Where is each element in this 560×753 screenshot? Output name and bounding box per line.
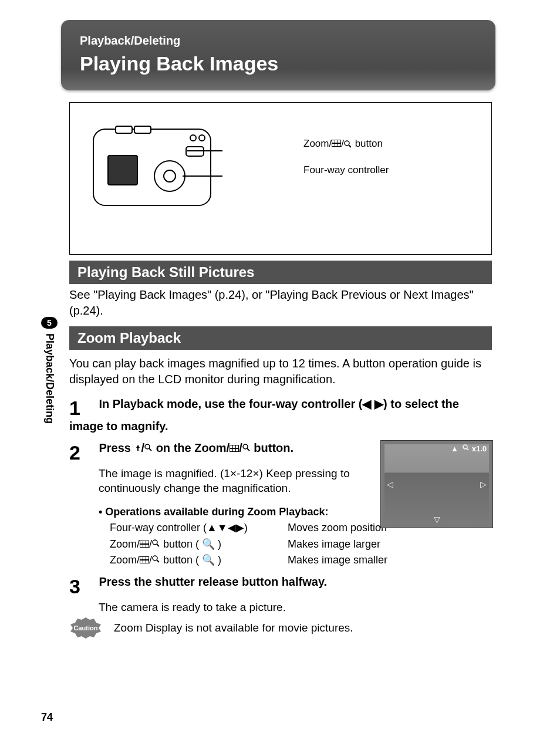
op-effect: Moves zoom position (287, 521, 393, 535)
page-number: 74 (41, 711, 53, 724)
thumbnail-icon (230, 445, 239, 452)
arrow-down-icon: ▽ (434, 515, 440, 524)
op-control: Zoom// button ( 🔍 ) (109, 537, 286, 552)
svg-rect-24 (233, 445, 235, 448)
step-1-number: 1 (69, 397, 96, 420)
svg-line-30 (247, 448, 249, 451)
svg-rect-26 (230, 449, 232, 451)
callout-fourway: Four-way controller (303, 164, 389, 176)
svg-point-3 (164, 170, 176, 182)
step-1-heading: In Playback mode, use the four-way contr… (69, 397, 459, 433)
caution-text: Zoom Display is not available for movie … (114, 622, 353, 634)
step-3-number: 3 (69, 575, 96, 598)
section1-body: See "Playing Back Images" (p.24), or "Pl… (69, 287, 492, 319)
svg-rect-46 (146, 560, 149, 563)
step-3-heading: Press the shutter release button halfway… (99, 575, 327, 588)
svg-point-49 (463, 445, 467, 449)
section-header-zoom-playback: Zoom Playback (69, 326, 492, 350)
caution-note: Caution Zoom Display is not available fo… (69, 616, 492, 640)
op-control: Zoom// button ( 🔍 ) (109, 553, 286, 568)
svg-line-50 (467, 448, 468, 450)
svg-rect-33 (143, 541, 146, 543)
svg-rect-28 (236, 449, 238, 451)
svg-rect-41 (140, 557, 143, 559)
svg-rect-43 (146, 557, 149, 559)
svg-rect-6 (134, 126, 151, 133)
lcd-zoom-label: ▲ x1.0 (451, 444, 487, 453)
magnify-icon (152, 554, 160, 566)
svg-line-19 (349, 145, 351, 147)
svg-rect-12 (332, 140, 335, 143)
table-row: Zoom// button ( 🔍 ) Makes image smaller (109, 553, 393, 568)
svg-point-47 (153, 556, 157, 560)
arrow-right-icon: ▷ (480, 480, 487, 489)
camera-illustration (87, 114, 222, 228)
svg-point-38 (153, 540, 157, 545)
svg-rect-35 (140, 545, 143, 547)
svg-rect-45 (143, 560, 146, 563)
svg-rect-5 (116, 126, 132, 133)
svg-rect-1 (108, 156, 137, 185)
camera-illustration-box: Zoom// button Four-way controller (69, 102, 492, 255)
section-header-still-pictures: Playing Back Still Pictures (69, 261, 492, 284)
svg-point-20 (145, 444, 150, 449)
op-control: Four-way controller (▲▼◀▶) (109, 521, 286, 535)
svg-rect-23 (230, 445, 232, 448)
svg-point-18 (345, 141, 349, 146)
svg-rect-13 (335, 140, 338, 143)
svg-rect-36 (143, 545, 146, 547)
magnify-icon (144, 441, 153, 454)
page-title: Playing Back Images (80, 52, 477, 75)
svg-rect-17 (338, 144, 340, 146)
lcd-image (384, 444, 489, 524)
svg-rect-25 (236, 445, 238, 448)
svg-rect-16 (335, 144, 338, 146)
svg-rect-32 (140, 541, 143, 543)
section2-intro: You can play back images magnified up to… (69, 356, 492, 387)
svg-rect-15 (332, 144, 335, 146)
svg-rect-34 (146, 541, 149, 543)
step-2-heading: Press / on the Zoom// button. (99, 441, 294, 454)
step-3-body: The camera is ready to take a picture. (99, 600, 492, 615)
step-1: 1 In Playback mode, use the four-way con… (69, 397, 492, 433)
svg-rect-37 (146, 545, 149, 547)
callout-zoom-button: Zoom// button (303, 138, 383, 150)
table-row: Zoom// button ( 🔍 ) Makes image larger (109, 537, 393, 552)
thumbnail-icon (140, 541, 149, 548)
table-row: Four-way controller (▲▼◀▶) Moves zoom po… (109, 521, 393, 535)
thumbnail-icon (332, 140, 341, 147)
magnify-icon (463, 444, 470, 453)
magnify-icon (344, 138, 352, 149)
op-effect: Makes image larger (287, 537, 393, 552)
step-2-body: The image is magnified. (1×-12×) Keep pr… (99, 467, 369, 495)
op-effect: Makes image smaller (287, 553, 393, 568)
thumbnail-icon (140, 556, 149, 563)
banner-category: Playback/Deleting (80, 34, 477, 48)
svg-rect-27 (233, 449, 235, 451)
chapter-number: 5 (41, 317, 58, 329)
svg-point-29 (243, 444, 248, 449)
chapter-label: Playback/Deleting (43, 333, 56, 424)
svg-rect-44 (140, 560, 143, 563)
step-3: 3 Press the shutter release button halfw… (69, 575, 492, 615)
svg-text:Caution: Caution (74, 624, 98, 632)
operations-table: Four-way controller (▲▼◀▶) Moves zoom po… (108, 519, 394, 569)
arrow-left-icon: ◁ (387, 480, 393, 489)
svg-line-48 (157, 560, 159, 562)
svg-rect-14 (338, 140, 340, 143)
svg-line-39 (157, 544, 159, 546)
svg-point-7 (190, 135, 196, 141)
svg-point-8 (199, 135, 205, 141)
magnify-icon (242, 441, 251, 454)
side-tab: 5 Playback/Deleting (38, 316, 61, 468)
lcd-preview: ▲ x1.0 ◁ ▷ ▽ (380, 440, 493, 528)
svg-rect-42 (143, 557, 146, 559)
caution-icon: Caution (69, 616, 102, 640)
svg-line-21 (149, 448, 151, 451)
chapter-banner: Playback/Deleting Playing Back Images (61, 20, 495, 90)
magnify-icon (152, 538, 160, 550)
zoom-in-icon (134, 441, 141, 454)
step-2-number: 2 (69, 441, 96, 464)
